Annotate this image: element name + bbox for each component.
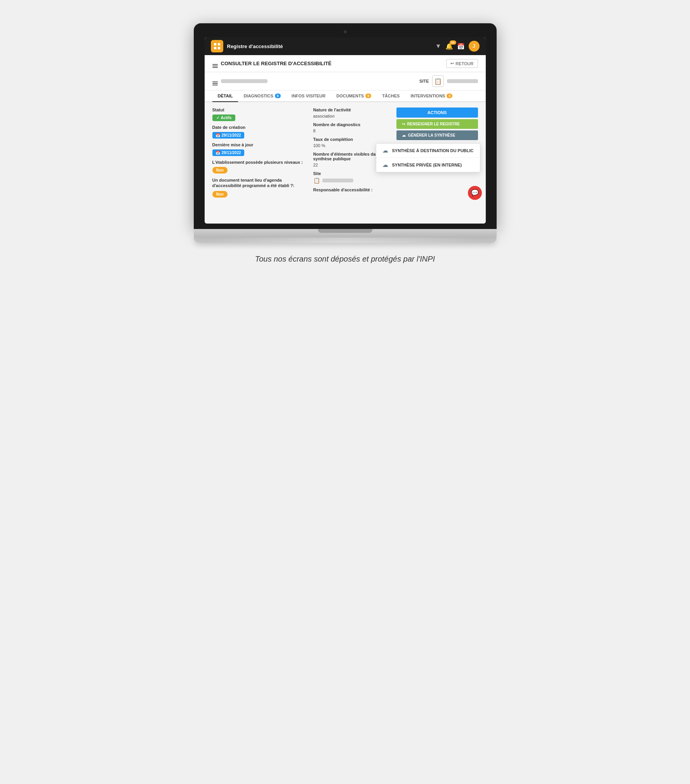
dropdown-item-private-label: SYNTHÈSE PRIVÉE (EN INTERNE) [392,163,462,167]
app-topbar: Registre d'accessibilité ▼ 🔔 10 📅 J [205,37,486,55]
svg-rect-3 [217,47,220,49]
svg-rect-1 [217,43,220,45]
statut-badge: ✓ Actifs [212,114,236,121]
tab-diagnostics[interactable]: DIAGNOSTICS 8 [238,90,286,102]
dropdown-menu: ☁ SYNTHÈSE À DESTINATION DU PUBLIC ☁ SYN… [376,143,480,172]
site-list-icon [212,77,218,85]
agenda-value: Non [216,192,224,196]
svg-rect-2 [214,47,216,49]
site-document-icon: 📋 [313,177,320,184]
niveaux-label: L'établissement possède plusieurs niveau… [212,160,306,165]
nature-value: association [313,114,396,118]
statut-label: Statut [212,108,306,112]
calendar-icon[interactable]: 📅 [457,43,465,50]
date-creation-value: 29/11/2022 [222,133,241,137]
date-creation-label: Date de création [212,125,306,130]
generer-button[interactable]: ☁ GÉNÉRER LA SYNTHÈSE [396,130,478,140]
page-header-left: CONSULTER LE REGISTRE D'ACCESSIBILITÉ [212,59,332,68]
chat-icon: 💬 [471,189,479,196]
list-icon [212,64,218,68]
list-icon-site [212,82,218,85]
page-header: CONSULTER LE REGISTRE D'ACCESSIBILITÉ ↩ … [205,55,486,72]
app-logo [211,40,223,52]
taux-label: Taux de complétion [313,137,396,142]
notification-icon[interactable]: 🔔 10 [445,43,453,50]
tab-interventions[interactable]: INTERVENTIONS 0 [405,90,458,102]
retour-button[interactable]: ↩ RETOUR [446,59,478,68]
tab-documents-badge: 0 [365,94,371,98]
app-content: CONSULTER LE REGISTRE D'ACCESSIBILITÉ ↩ … [205,55,486,224]
tab-documents[interactable]: DOCUMENTS 0 [331,90,377,102]
chat-button[interactable]: 💬 [468,186,482,200]
site-field: 📋 [313,177,396,184]
topbar-actions: ▼ 🔔 10 📅 J [435,41,480,52]
page-title: CONSULTER LE REGISTRE D'ACCESSIBILITÉ [221,61,332,66]
nb-diagnostics-value: 8 [313,128,396,133]
check-icon: ✓ [216,116,219,120]
dropdown-item-public[interactable]: ☁ SYNTHÈSE À DESTINATION DU PUBLIC [376,144,480,158]
tab-detail-label: DÉTAIL [218,94,233,98]
niveaux-badge: Non [212,167,228,173]
site-right: SITE 📋 [419,75,478,87]
derniere-maj-badge: 📅 29/11/2022 [212,149,244,156]
derniere-maj-value: 29/11/2022 [222,151,241,155]
date-creation-badge: 📅 29/11/2022 [212,132,244,139]
renseigner-label: RENSEIGNER LE REGISTRE [407,122,460,126]
generer-label: GÉNÉRER LA SYNTHÈSE [408,133,455,137]
tab-diagnostics-badge: 8 [275,94,281,98]
nature-label: Nature de l'activité [313,108,396,112]
tab-interventions-badge: 0 [447,94,452,98]
svg-rect-0 [214,43,216,45]
arrow-right-icon: ↪ [402,122,405,126]
site-name-blurred [221,79,268,83]
notification-badge: 10 [450,40,456,45]
site-name-value-blurred [447,79,478,83]
site-bar: SITE 📋 [205,72,486,90]
statut-value: Actifs [221,116,232,120]
calendar-icon-small2: 📅 [216,151,220,155]
laptop-container: Registre d'accessibilité ▼ 🔔 10 📅 J [194,23,497,243]
filter-icon[interactable]: ▼ [435,43,441,50]
col-left: Statut ✓ Actifs Date de création 📅 29/11… [212,108,306,198]
list-menu-icon [212,59,218,68]
derniere-maj-label: Dernière mise à jour [212,142,306,147]
responsable-label: Responsable d'accessibilité : [313,187,396,192]
screen-bezel: Registre d'accessibilité ▼ 🔔 10 📅 J [194,23,497,229]
app-title: Registre d'accessibilité [227,43,431,49]
site-icon-button[interactable]: 📋 [432,75,444,87]
tab-infos-label: INFOS VISITEUR [292,94,325,98]
tab-interventions-label: INTERVENTIONS [410,94,445,98]
laptop-base [194,229,497,238]
actions-button[interactable]: ACTIONS [396,108,478,118]
agenda-badge: Non [212,191,228,198]
laptop-camera [344,30,347,33]
laptop-screen: Registre d'accessibilité ▼ 🔔 10 📅 J [205,37,486,224]
site-label: SITE [419,79,429,83]
user-avatar[interactable]: J [469,41,480,52]
caption-text: Tous nos écrans sont déposés et protégés… [255,255,435,264]
tab-detail[interactable]: DÉTAIL [212,90,238,102]
document-icon: 📋 [434,78,442,85]
site-bar-left [212,77,268,85]
cloud-icon-private: ☁ [382,162,388,168]
tab-taches[interactable]: TÂCHES [377,90,405,102]
renseigner-button[interactable]: ↪ RENSEIGNER LE REGISTRE [396,119,478,129]
tab-taches-label: TÂCHES [382,94,400,98]
arrow-left-icon: ↩ [450,61,454,66]
tab-diagnostics-label: DIAGNOSTICS [243,94,273,98]
cloud-icon-public: ☁ [382,147,388,154]
dropdown-item-private[interactable]: ☁ SYNTHÈSE PRIVÉE (EN INTERNE) [376,158,480,172]
main-content: Statut ✓ Actifs Date de création 📅 29/11… [205,102,486,203]
site-field-name-blurred [322,179,353,182]
retour-label: RETOUR [455,61,473,66]
tabs-bar: DÉTAIL DIAGNOSTICS 8 INFOS VISITEUR DOCU… [205,90,486,102]
grid-icon [214,43,221,50]
niveaux-value: Non [216,168,224,172]
calendar-icon-small: 📅 [216,133,220,137]
laptop-foot [194,238,497,243]
agenda-label: Un document tenant lieu d'agenda d'acces… [212,177,306,189]
tab-infos-visiteur[interactable]: INFOS VISITEUR [286,90,331,102]
nb-diagnostics-label: Nombre de diagnostics [313,122,396,127]
cloud-upload-icon: ☁ [402,133,406,137]
dropdown-item-public-label: SYNTHÈSE À DESTINATION DU PUBLIC [392,148,473,153]
